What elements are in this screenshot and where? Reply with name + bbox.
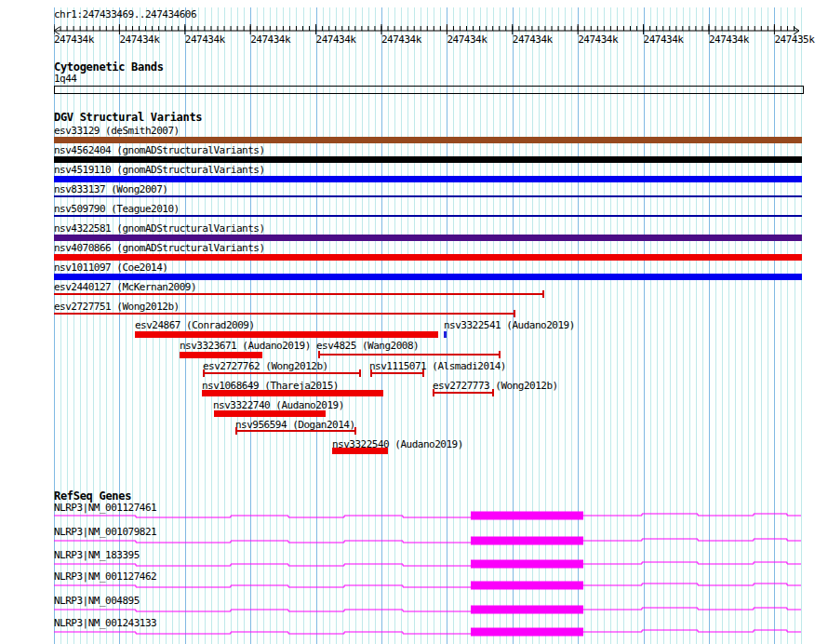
variant-glyph-nsv956594-left-cap [235,427,237,435]
variant-glyph-esv2727762-left-cap [203,369,205,377]
variant-glyph-nsv833137[interactable] [54,195,802,197]
variant-glyph-nsv4070866[interactable] [54,254,802,261]
variant-glyph-nsv4519110[interactable] [54,176,802,182]
transcript-glyph-6[interactable] [54,625,803,639]
ruler-tick-label: 247434k [578,34,618,46]
transcript-glyph-5[interactable] [54,603,803,617]
variant-label-nsv4562404[interactable]: nsv4562404 (gnomADStructuralVariants) [54,145,265,156]
ruler-tick-label: 247434k [709,34,749,46]
variant-glyph-esv2440127[interactable] [54,293,543,295]
variant-glyph-esv2727751-right-cap [514,310,515,317]
variant-label-esv2727762[interactable]: esv2727762 (Wong2012b) [203,361,328,372]
variant-label-nsv3322541[interactable]: nsv3322541 (Audano2019) [444,320,575,331]
ruler-tick-label: 247434k [644,34,684,46]
variant-glyph-esv2440127-right-cap [542,290,544,298]
variant-label-esv33129[interactable]: esv33129 (deSmith2007) [54,126,180,137]
variant-glyph-nsv3323671[interactable] [180,352,262,358]
variant-label-esv24867[interactable]: esv24867 (Conrad2009) [135,320,255,331]
variant-label-esv2440127[interactable]: esv2440127 (McKernan2009) [54,282,196,293]
variant-glyph-esv4825-left-cap [318,351,320,358]
variant-label-nsv3323671[interactable]: nsv3323671 (Audano2019) [180,341,311,352]
ruler-tick-label: 247434k [381,34,421,46]
variant-label-nsv833137[interactable]: nsv833137 (Wong2007) [54,184,167,195]
variant-glyph-esv2727773-left-cap [433,389,434,396]
variant-glyph-nsv1068649[interactable] [202,390,383,396]
transcript-glyph-2[interactable] [54,534,803,548]
ruler-ticks [54,24,799,34]
variant-label-nsv4070866[interactable]: nsv4070866 (gnomADStructuralVariants) [54,243,265,254]
ruler-tick-label: 247434k [316,34,356,46]
variant-glyph-esv2727762-right-cap [359,369,361,377]
variant-glyph-esv2727773-right-cap [492,389,494,396]
variant-glyph-nsv1115071[interactable] [370,372,423,374]
variant-label-esv2727773[interactable]: esv2727773 (Wong2012b) [433,381,558,392]
variant-glyph-nsv956594-right-cap [354,427,356,435]
variant-label-nsv4519110[interactable]: nsv4519110 (gnomADStructuralVariants) [54,165,265,176]
ruler-axis[interactable] [54,20,803,35]
variant-glyph-nsv1115071-left-cap [370,369,372,377]
transcript-glyph-4[interactable] [54,579,803,593]
variant-label-esv2727751[interactable]: esv2727751 (Wong2012b) [54,302,180,313]
ruler-tick-label: 247434k [447,34,487,46]
variant-glyph-esv24867[interactable] [135,331,438,338]
cytoband-label: 1q44 [54,74,77,85]
variant-glyph-nsv3322541[interactable] [444,331,447,338]
variant-label-nsv4322581[interactable]: nsv4322581 (gnomADStructuralVariants) [54,223,265,235]
ruler-tick-label: 247434k [513,34,553,46]
variant-label-nsv1011097[interactable]: nsv1011097 (Coe2014) [54,262,167,274]
cytoband-box[interactable] [54,86,804,94]
variant-label-nsv1115071[interactable]: nsv1115071 (Alsmadi2014) [369,361,506,372]
variant-glyph-nsv956594[interactable] [235,430,355,432]
variant-glyph-esv2727762[interactable] [203,372,360,374]
variant-glyph-nsv3322740[interactable] [214,410,326,417]
region-label: chr1:247433469..247434606 [54,8,196,20]
variant-glyph-nsv4322581[interactable] [54,235,802,241]
ruler-tick-label: 247434k [54,34,94,46]
variant-glyph-esv2727751[interactable] [54,313,514,315]
variant-glyph-nsv509790[interactable] [54,215,802,217]
variant-glyph-esv33129[interactable] [54,137,802,143]
ruler-tick-label: 247435k [774,34,814,46]
variant-glyph-nsv4562404[interactable] [54,156,802,163]
ruler-tick-label: 247434k [250,34,290,46]
variant-glyph-nsv1115071-right-cap [422,369,424,377]
variant-glyph-esv4825-right-cap [499,351,501,358]
variant-glyph-esv2727773[interactable] [433,392,493,394]
variant-label-nsv509790[interactable]: nsv509790 (Teague2010) [54,204,180,215]
variant-glyph-esv4825[interactable] [318,354,500,356]
ruler-tick-label: 247434k [185,34,225,46]
variant-glyph-nsv1011097[interactable] [54,274,802,280]
variant-label-esv4825[interactable]: esv4825 (Wang2008) [316,341,419,352]
section-title-dgv: DGV Structural Variants [54,112,202,124]
transcript-glyph-3[interactable] [54,557,803,571]
variant-glyph-nsv3322540[interactable] [332,448,388,454]
ruler-tick-label: 247434k [119,34,159,46]
transcript-glyph-1[interactable] [54,509,803,523]
